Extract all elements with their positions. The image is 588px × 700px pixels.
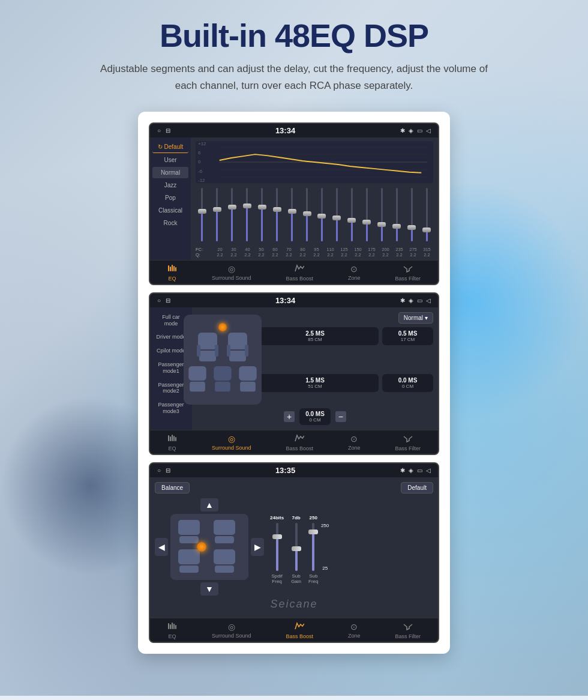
down-arrow-button[interactable]: ▼ bbox=[200, 582, 218, 596]
slider-track-2[interactable] bbox=[216, 188, 218, 241]
nav-bass-3[interactable]: Bass Boost bbox=[286, 622, 313, 639]
sidebar-item-default[interactable]: ↻ Default bbox=[152, 141, 188, 153]
sub-freq-slider[interactable] bbox=[312, 523, 314, 571]
rear-right-seat-svg bbox=[236, 366, 259, 394]
nav-bass-2[interactable]: Bass Boost bbox=[286, 434, 313, 451]
s3-main-area: ▲ ◀ bbox=[155, 498, 433, 596]
slider-track-7[interactable] bbox=[291, 188, 293, 241]
status-left-2: ○ ⊟ bbox=[157, 297, 170, 304]
nav-bass-1[interactable]: Bass Boost bbox=[286, 264, 313, 282]
spdif-slider[interactable] bbox=[276, 523, 278, 571]
balance-button[interactable]: Balance bbox=[155, 482, 190, 493]
rear-seats-row bbox=[184, 366, 262, 394]
s3-seat-rr bbox=[212, 549, 237, 573]
slider-track-5[interactable] bbox=[261, 188, 263, 241]
s3-car-area: ▲ ◀ bbox=[155, 498, 264, 596]
nav-surround-2[interactable]: ◎ Surround Sound bbox=[212, 434, 251, 451]
sidebar-item-normal[interactable]: Normal bbox=[152, 167, 188, 178]
right-arrow-button[interactable]: ▶ bbox=[251, 538, 264, 556]
back-icon-3: ◁ bbox=[426, 467, 431, 474]
plus-button[interactable]: + bbox=[284, 411, 295, 422]
scale-0: 0 bbox=[198, 159, 206, 164]
svg-rect-8 bbox=[173, 266, 175, 271]
sidebar-item-jazz[interactable]: Jazz bbox=[152, 180, 188, 191]
svg-rect-36 bbox=[215, 566, 234, 573]
s3-seat-rl bbox=[176, 549, 202, 573]
svg-rect-21 bbox=[215, 382, 230, 392]
bottom-nav-1: EQ ◎ Surround Sound Bass Boost ⊙ bbox=[150, 260, 438, 284]
slider-track-12[interactable] bbox=[366, 188, 368, 241]
normal-button[interactable]: Normal ▾ bbox=[398, 312, 433, 324]
slider-track-4[interactable] bbox=[246, 188, 248, 241]
fc-val-11: 150 bbox=[352, 247, 364, 252]
spdif-freq-group: 24bits SpdifFreq bbox=[270, 515, 284, 584]
nav-filter-1[interactable]: Bass Filter bbox=[395, 264, 421, 282]
front-left-seat-card: 2.5 MS 85 CM bbox=[251, 327, 379, 345]
status-bar-3: ○ ⊟ 13:35 ✱ ◈ ▭ ◁ bbox=[150, 463, 438, 477]
zone-icon-3: ⊙ bbox=[350, 622, 358, 632]
status-left-1: ○ ⊟ bbox=[157, 127, 170, 134]
eq-curve-svg bbox=[196, 141, 433, 183]
q-val-13: 2.2 bbox=[379, 252, 392, 258]
nav-filter-3[interactable]: Bass Filter bbox=[395, 622, 421, 639]
status-time-1: 13:34 bbox=[275, 126, 295, 135]
nav-filter-2[interactable]: Bass Filter bbox=[395, 434, 421, 451]
svg-rect-17 bbox=[245, 345, 248, 357]
svg-rect-10 bbox=[198, 333, 217, 349]
location-icon-3: ◈ bbox=[409, 467, 413, 474]
bookmark-icon: ⊟ bbox=[166, 127, 170, 134]
fc-val-15: 275 bbox=[407, 247, 419, 252]
q-val-12: 2.2 bbox=[365, 252, 378, 258]
minus-button[interactable]: − bbox=[335, 411, 346, 422]
front-right-seat-card: 0.5 MS 17 CM bbox=[382, 327, 433, 345]
filter-icon-3 bbox=[403, 622, 413, 632]
slider-track-8[interactable] bbox=[306, 188, 308, 241]
slider-track-13[interactable] bbox=[381, 188, 383, 241]
nav-surround-3[interactable]: ◎ Surround Sound bbox=[212, 622, 251, 639]
sidebar-item-user[interactable]: User bbox=[152, 154, 188, 166]
surround-main: Normal ▾ 2.5 MS 85 CM bbox=[192, 307, 438, 430]
nav-surround-label-3: Surround Sound bbox=[212, 633, 251, 639]
status-time-3: 13:35 bbox=[275, 466, 295, 475]
slider-track-15[interactable] bbox=[411, 188, 413, 241]
q-val-7: 2.2 bbox=[296, 252, 309, 258]
fc-val-8: 95 bbox=[310, 247, 323, 252]
sidebar-item-rock[interactable]: Rock bbox=[152, 217, 188, 229]
status-right-2: ✱ ◈ ▭ ◁ bbox=[400, 297, 431, 304]
sub-freq-top-val: 250 bbox=[310, 515, 317, 520]
status-bar-2: ○ ⊟ 13:34 ✱ ◈ ▭ ◁ bbox=[150, 294, 438, 307]
svg-rect-5 bbox=[168, 265, 169, 271]
slider-track-1[interactable] bbox=[201, 188, 203, 241]
left-arrow-button[interactable]: ◀ bbox=[155, 538, 168, 556]
svg-rect-40 bbox=[173, 624, 175, 629]
slider-track-11[interactable] bbox=[351, 188, 353, 241]
nav-zone-1[interactable]: ⊙ Zone bbox=[348, 264, 361, 282]
balance-dot bbox=[197, 542, 206, 552]
nav-zone-2[interactable]: ⊙ Zone bbox=[348, 434, 361, 451]
slider-track-10[interactable] bbox=[336, 188, 338, 241]
scale-6: 6 bbox=[198, 150, 206, 155]
slider-track-16[interactable] bbox=[426, 188, 428, 241]
default-button[interactable]: Default bbox=[401, 482, 433, 493]
eq-curve-area: +12 6 0 -6 -12 bbox=[196, 141, 433, 183]
s3-car-row: ◀ ▶ bbox=[155, 514, 264, 580]
nav-eq-3[interactable]: EQ bbox=[167, 622, 177, 639]
nav-zone-3[interactable]: ⊙ Zone bbox=[348, 622, 361, 639]
nav-eq-label-2: EQ bbox=[168, 445, 176, 451]
slider-track-9[interactable] bbox=[321, 188, 323, 241]
slider-track-14[interactable] bbox=[396, 188, 398, 241]
slider-track-6[interactable] bbox=[276, 188, 278, 241]
nav-eq-1[interactable]: EQ bbox=[167, 264, 177, 282]
nav-surround-1[interactable]: ◎ Surround Sound bbox=[212, 264, 251, 282]
nav-zone-label-3: Zone bbox=[348, 633, 361, 639]
screens-card: ○ ⊟ 13:34 ✱ ◈ ▭ ◁ ↻ Default bbox=[138, 112, 450, 654]
nav-eq-2[interactable]: EQ bbox=[167, 434, 177, 451]
sidebar-item-pop[interactable]: Pop bbox=[152, 192, 188, 204]
slider-track-3[interactable] bbox=[231, 188, 233, 241]
filter-icon-1 bbox=[403, 264, 413, 274]
sidebar-item-classical[interactable]: Classical bbox=[152, 205, 188, 216]
sub-gain-slider[interactable] bbox=[295, 523, 298, 571]
eq-icon bbox=[167, 264, 177, 274]
up-arrow-button[interactable]: ▲ bbox=[200, 498, 218, 511]
svg-rect-16 bbox=[227, 345, 230, 357]
